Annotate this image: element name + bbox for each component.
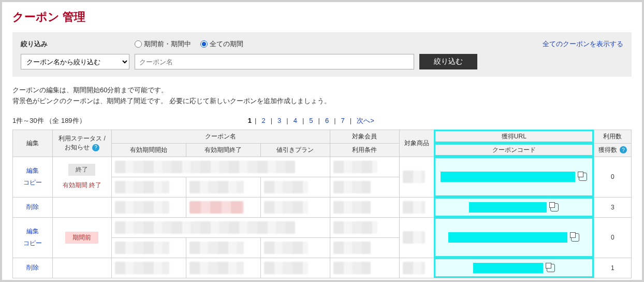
cell-count: 0	[594, 157, 631, 197]
pager-page[interactable]: 4	[291, 117, 299, 124]
pager-summary: 1件～30件 （全 189件）	[12, 116, 86, 125]
copy-icon[interactable]	[571, 233, 579, 242]
cell-count: 1	[594, 258, 631, 278]
cell-actions: 編集 コピー	[13, 157, 53, 197]
pager-page[interactable]: 2	[259, 117, 267, 124]
cell-url	[434, 217, 594, 258]
cell-status: 期間前	[53, 217, 111, 258]
cell-url	[434, 197, 594, 217]
table-row: 削除 1	[13, 258, 632, 278]
status-note: 有効期間 終了	[56, 181, 108, 190]
radio-all-label: 全ての期間	[210, 39, 243, 49]
filter-text-input[interactable]	[135, 54, 414, 69]
pager-page[interactable]: 5	[307, 117, 315, 124]
th-plan: 値引きプラン	[261, 143, 330, 157]
help-line-2: 背景色がピンクのクーポンは、期間終了間近です。 必要に応じて新しいクーポンを追加…	[12, 96, 632, 107]
radio-period[interactable]: 期間前・期間中	[135, 39, 191, 49]
th-coupon-name: クーポン名	[111, 130, 330, 143]
cell-count: 3	[594, 197, 631, 217]
url-bar	[469, 202, 547, 213]
delete-link[interactable]: 削除	[16, 201, 49, 213]
th-url: 獲得URL	[434, 130, 594, 143]
help-line-1: クーポンの編集は、期間開始60分前まで可能です。	[12, 85, 632, 96]
th-status: 利用ステータス / お知らせ ?	[53, 130, 111, 157]
help-icon[interactable]: ?	[620, 146, 627, 153]
radio-all[interactable]: 全ての期間	[200, 39, 243, 49]
pager-page[interactable]: 6	[323, 117, 331, 124]
cell-actions: 編集 コピー	[13, 217, 53, 258]
th-usage: 利用数	[594, 130, 631, 143]
table-row: 削除 3	[13, 197, 632, 217]
cell-url	[434, 258, 594, 278]
th-product: 対象商品	[399, 130, 434, 157]
th-target-member: 対象会員	[330, 130, 399, 143]
copy-link[interactable]: コピー	[16, 177, 49, 189]
url-bar	[473, 263, 543, 273]
filter-type-select[interactable]: クーポン名から絞り込む	[21, 54, 129, 69]
coupon-table: 編集 利用ステータス / お知らせ ? クーポン名 対象会員 対象商品 獲得UR…	[12, 130, 632, 278]
cell-status: 終了 有効期間 終了	[53, 157, 111, 197]
copy-icon[interactable]	[547, 264, 555, 272]
edit-link[interactable]: 編集	[16, 225, 49, 237]
status-badge: 期間前	[65, 232, 98, 244]
th-acquired-text: 獲得数	[598, 146, 617, 153]
th-acquired: 獲得数 ?	[594, 143, 631, 157]
th-condition: 利用条件	[330, 143, 399, 157]
pager-current: 1	[248, 117, 252, 124]
edit-link[interactable]: 編集	[16, 165, 49, 177]
table-row: 編集 コピー 期間前 0	[13, 217, 632, 237]
cell-url	[434, 157, 594, 197]
cell-count: 0	[594, 217, 631, 258]
th-end: 有効期間終了	[186, 143, 260, 157]
table-row: 編集 コピー 終了 有効期間 終了 0	[13, 157, 632, 177]
help-text: クーポンの編集は、期間開始60分前まで可能です。 背景色がピンクのクーポンは、期…	[12, 85, 632, 107]
th-code: クーポンコード	[434, 143, 594, 157]
copy-icon[interactable]	[550, 203, 559, 212]
th-edit: 編集	[13, 130, 53, 157]
filter-panel: 絞り込み 期間前・期間中 全ての期間 全てのクーポンを表示する クーポン名から絞…	[12, 32, 632, 77]
url-bar	[441, 172, 575, 182]
radio-period-label: 期間前・期間中	[144, 39, 191, 49]
pager-next[interactable]: 次へ>	[355, 116, 376, 125]
radio-period-input[interactable]	[135, 40, 142, 48]
filter-label: 絞り込み	[21, 39, 135, 49]
pager-page[interactable]: 3	[275, 117, 283, 124]
copy-link[interactable]: コピー	[16, 237, 49, 249]
delete-link[interactable]: 削除	[16, 262, 49, 274]
radio-all-input[interactable]	[200, 40, 208, 48]
th-start: 有効期間開始	[111, 143, 186, 157]
pager: 1 | 2| 3| 4| 5| 6| 7| 次へ>	[248, 116, 376, 125]
copy-icon[interactable]	[579, 173, 587, 181]
filter-submit-button[interactable]: 絞り込む	[419, 54, 477, 69]
pager-page[interactable]: 7	[339, 117, 347, 124]
help-icon[interactable]: ?	[92, 144, 99, 151]
status-badge: 終了	[68, 164, 95, 176]
page-title: クーポン 管理	[12, 9, 632, 25]
reset-filter-link[interactable]: 全てのクーポンを表示する	[543, 39, 623, 49]
url-bar	[448, 232, 567, 243]
